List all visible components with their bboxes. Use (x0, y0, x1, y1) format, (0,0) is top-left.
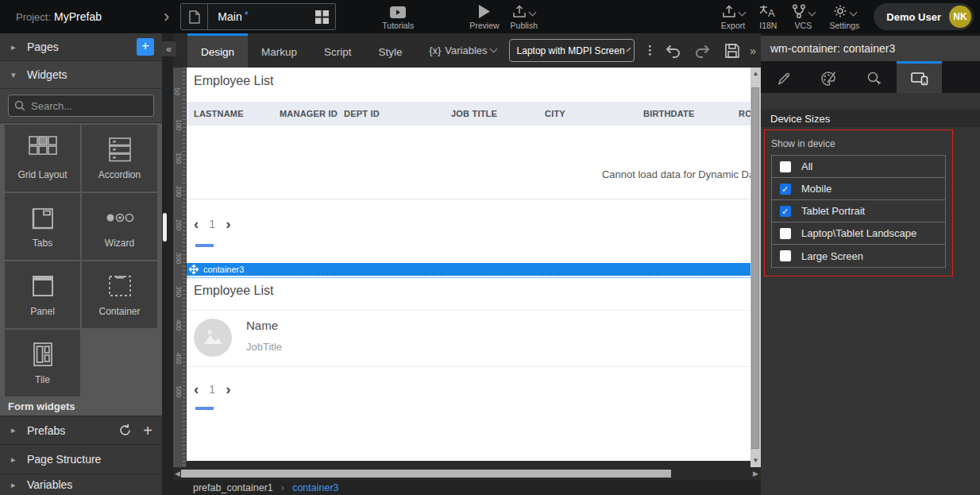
data-table-title[interactable]: Employee List (194, 74, 274, 88)
settings-button[interactable]: Settings (829, 4, 859, 30)
prev-page-icon[interactable]: ‹ (194, 382, 199, 396)
device-checkbox-list: All Mobile Tablet Portrait Laptop\Tablet… (771, 155, 946, 268)
tab-styles[interactable] (806, 61, 851, 93)
page-number[interactable]: 1 (209, 218, 215, 230)
chevron-down-icon (529, 8, 537, 16)
publish-button[interactable]: Publish (511, 4, 538, 30)
column-header[interactable]: MANAGER ID (280, 109, 344, 118)
widget-tile-wizard[interactable]: Wizard (82, 193, 157, 260)
next-page-icon[interactable]: › (226, 382, 230, 396)
checkbox[interactable] (780, 206, 791, 217)
widget-tile-tile[interactable]: Tile (5, 330, 80, 396)
checkbox[interactable] (780, 228, 791, 239)
device-row-tablet-portrait[interactable]: Tablet Portrait (772, 200, 945, 222)
tutorials-button[interactable]: Tutorials (382, 4, 414, 30)
sidebar-section-variables[interactable]: ▸ Variables (0, 474, 162, 495)
vcs-button[interactable]: VCS (791, 4, 815, 30)
widget-tile-grid-layout[interactable]: Grid Layout (5, 125, 80, 191)
sidebar-section-widgets[interactable]: ▾ Widgets (0, 61, 162, 89)
sidebar-scroll-thumb[interactable] (163, 213, 167, 242)
user-menu[interactable]: Demo User NK (874, 3, 974, 30)
breadcrumb-item-active[interactable]: container3 (292, 482, 338, 493)
search-cursor-icon (866, 71, 883, 87)
checkbox[interactable] (780, 161, 791, 172)
next-page-icon[interactable]: › (226, 217, 230, 231)
column-header[interactable]: LASTNAME (194, 109, 280, 118)
device-row-all[interactable]: All (772, 156, 945, 178)
ruler-mark: 450 (175, 353, 183, 364)
page-tab-main[interactable]: Main * (180, 3, 336, 30)
scroll-down-icon[interactable]: ▼ (750, 457, 761, 464)
canvas-toolbar: Design Markup Script Style {x} Variables… (173, 33, 761, 68)
prev-page-icon[interactable]: ‹ (194, 217, 199, 231)
expand-panel-icon[interactable]: » (750, 44, 756, 57)
scroll-up-icon[interactable]: ▲ (750, 70, 761, 77)
add-page-button[interactable]: + (137, 38, 154, 56)
i18n-button[interactable]: A I18N (759, 4, 777, 30)
sidebar-section-pages[interactable]: ▸ Pages + (0, 33, 162, 61)
scroll-right-icon[interactable]: ▶ (753, 470, 758, 478)
device-preview-select[interactable]: Laptop with MDPI Screen (509, 39, 635, 62)
widget-tile-accordion[interactable]: Accordion (82, 125, 157, 191)
vertical-scroll-thumb[interactable] (751, 87, 759, 449)
sidebar-section-prefabs[interactable]: ▸ Prefabs + (0, 416, 162, 445)
design-canvas[interactable]: Employee List LASTNAME MANAGER ID DEPT I… (187, 68, 750, 461)
tab-style[interactable]: Style (365, 33, 416, 68)
list-item[interactable]: Name JobTitle (187, 310, 750, 367)
column-header[interactable]: JOB TITLE (451, 109, 545, 118)
tab-design[interactable]: Design (187, 33, 248, 68)
column-header[interactable]: BIRTHDATE (643, 109, 739, 118)
tab-markup[interactable]: Markup (248, 33, 311, 68)
device-row-mobile[interactable]: Mobile (772, 178, 945, 200)
breadcrumb-item[interactable]: prefab_container1 (193, 482, 273, 493)
project-info: Project:MyPrefab (16, 10, 159, 24)
column-header[interactable]: DEPT ID (344, 109, 451, 118)
search-box[interactable] (8, 95, 154, 117)
svg-text:A: A (768, 7, 775, 18)
undo-button[interactable] (664, 44, 681, 58)
more-options-icon[interactable]: ●●● (649, 44, 652, 56)
canvas-vertical-scrollbar[interactable]: ▲ ▼ (750, 68, 761, 467)
preview-button[interactable]: Preview (469, 4, 499, 30)
device-row-laptop-tablet-landscape[interactable]: Laptop\Tablet Landscape (772, 222, 945, 245)
widget-tile-tabs[interactable]: Tabs (5, 193, 80, 260)
ruler-mark: 400 (175, 319, 183, 331)
add-prefab-button[interactable]: + (143, 424, 152, 437)
pages-grid-icon[interactable] (315, 10, 329, 24)
page-number[interactable]: 1 (209, 383, 215, 396)
checkbox[interactable] (780, 184, 791, 195)
widget-tile-panel[interactable]: Panel (5, 261, 80, 328)
variables-button[interactable]: {x} Variables (429, 44, 496, 56)
column-header[interactable]: CITY (545, 109, 643, 118)
widget-tile-container[interactable]: Container (82, 261, 157, 328)
variables-icon: {x} (429, 44, 441, 56)
refresh-icon[interactable] (118, 423, 132, 437)
canvas-horizontal-scrollbar[interactable]: ◀ ▶ (173, 467, 761, 480)
devices-icon (910, 71, 929, 87)
checkbox[interactable] (780, 250, 791, 261)
collapse-sidebar-button[interactable]: « (161, 41, 176, 56)
horizontal-scroll-thumb[interactable] (181, 470, 671, 478)
redo-button[interactable] (694, 44, 712, 58)
search-input[interactable] (31, 100, 142, 112)
tab-events[interactable] (851, 61, 897, 93)
chevron-right-icon[interactable]: › (164, 9, 169, 25)
tab-devices[interactable] (897, 61, 942, 93)
grid-layout-icon (29, 136, 57, 163)
column-header[interactable]: RO (739, 109, 750, 118)
accordion-icon (106, 136, 133, 163)
save-button[interactable] (724, 43, 740, 59)
sidebar-section-page-structure[interactable]: ▸ Page Structure (0, 445, 162, 474)
topbar: Project:MyPrefab › Main * Tutorials Prev… (0, 0, 980, 33)
selected-widget-bar[interactable]: container3 (187, 263, 750, 276)
list-widget-title[interactable]: Employee List (194, 284, 274, 298)
ruler-mark: 100 (175, 119, 183, 130)
device-row-large-screen[interactable]: Large Screen (772, 245, 945, 267)
move-icon[interactable] (189, 265, 199, 274)
tab-properties[interactable] (761, 61, 806, 93)
data-table-header[interactable]: LASTNAME MANAGER ID DEPT ID JOB TITLE CI… (187, 102, 750, 126)
export-button[interactable]: Export (721, 4, 745, 30)
tab-script[interactable]: Script (311, 33, 365, 68)
breadcrumb: prefab_container1 › container3 (173, 480, 761, 495)
scroll-left-icon[interactable]: ◀ (175, 470, 180, 478)
